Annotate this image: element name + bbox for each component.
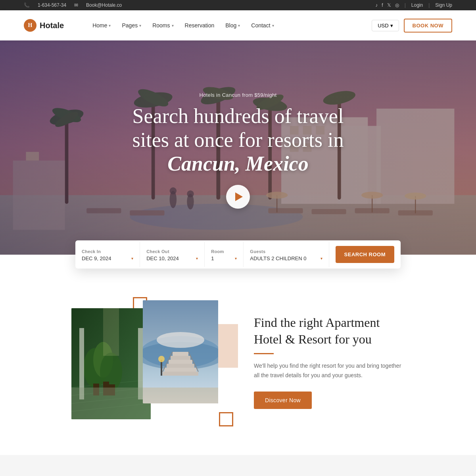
svg-rect-63 bbox=[163, 372, 198, 376]
svg-rect-68 bbox=[173, 352, 188, 356]
svg-rect-73 bbox=[143, 388, 218, 403]
svg-rect-11 bbox=[86, 208, 121, 213]
about-section: Find the right ApartmentHotel & Resort f… bbox=[0, 269, 476, 455]
pages-chevron: ▾ bbox=[139, 23, 141, 28]
facebook-icon[interactable]: f bbox=[382, 2, 383, 8]
guests-arrow: ▾ bbox=[321, 256, 322, 261]
search-btn-wrap: SEARCH ROOM bbox=[329, 240, 401, 269]
instagram-icon[interactable]: ◎ bbox=[395, 2, 399, 8]
logo[interactable]: H Hotale bbox=[24, 19, 64, 32]
nav-rooms[interactable]: Rooms ▾ bbox=[148, 19, 178, 32]
about-title: Find the right ApartmentHotel & Resort f… bbox=[254, 315, 405, 347]
contact-chevron: ▾ bbox=[272, 23, 274, 28]
checkout-field[interactable]: Check Out DEC 10, 2024 ▾ bbox=[140, 242, 205, 267]
navbar: H Hotale Home ▾ Pages ▾ Rooms ▾ Reservat… bbox=[0, 10, 476, 40]
nav-home[interactable]: Home ▾ bbox=[88, 19, 115, 32]
stairs-svg bbox=[143, 300, 218, 403]
book-now-button[interactable]: BOOK NOW bbox=[404, 19, 452, 33]
search-room-button[interactable]: SEARCH ROOM bbox=[336, 246, 394, 263]
hero-content: Hotels in Cancun from $59/night Search h… bbox=[0, 92, 476, 209]
about-divider bbox=[254, 353, 274, 354]
tiktok-icon[interactable]: ♪ bbox=[375, 2, 378, 8]
currency-selector[interactable]: USD ▾ bbox=[372, 20, 399, 31]
rooms-section: EXCLUSIVE ROOMS Exclusive Rooms bbox=[0, 455, 476, 476]
nav-links: Home ▾ Pages ▾ Rooms ▾ Reservation Blog … bbox=[88, 19, 372, 32]
checkout-value-row[interactable]: DEC 10, 2024 ▾ bbox=[146, 255, 198, 261]
about-images bbox=[71, 300, 230, 423]
room-arrow: ▾ bbox=[235, 256, 237, 261]
hero-title-line2: sites at once for resorts in bbox=[132, 129, 344, 151]
play-button[interactable] bbox=[226, 185, 250, 209]
checkin-arrow: ▾ bbox=[131, 256, 133, 261]
search-bar-container: Check In DEC 9, 2024 ▾ Check Out DEC 10,… bbox=[0, 240, 476, 269]
email-address: Book@Hotale.co bbox=[86, 2, 122, 8]
email-icon: ✉ bbox=[74, 2, 78, 8]
checkout-value: DEC 10, 2024 bbox=[146, 255, 179, 261]
nav-contact[interactable]: Contact ▾ bbox=[246, 19, 278, 32]
room-label: Room bbox=[211, 249, 237, 254]
checkin-label: Check In bbox=[82, 249, 133, 254]
room-value-row[interactable]: 1 ▾ bbox=[211, 255, 237, 261]
rooms-chevron: ▾ bbox=[172, 23, 174, 28]
hero-subtitle: Hotels in Cancun from $59/night bbox=[0, 92, 476, 98]
phone-number: 1-634-567-34 bbox=[38, 2, 66, 8]
checkout-label: Check Out bbox=[146, 249, 198, 254]
svg-rect-66 bbox=[169, 360, 192, 364]
about-image-2 bbox=[143, 300, 218, 403]
currency-chevron: ▾ bbox=[390, 23, 393, 29]
nav-blog[interactable]: Blog ▾ bbox=[221, 19, 245, 32]
login-link[interactable]: Login bbox=[411, 2, 423, 8]
svg-point-62 bbox=[157, 332, 204, 348]
svg-rect-14 bbox=[311, 209, 346, 214]
guests-value-row[interactable]: ADULTS 2 CHILDREN 0 ▾ bbox=[250, 255, 322, 261]
about-text: Find the right ApartmentHotel & Resort f… bbox=[254, 315, 405, 409]
phone-icon: 📞 bbox=[24, 2, 30, 8]
guests-value: ADULTS 2 CHILDREN 0 bbox=[250, 255, 306, 261]
nav-reservation[interactable]: Reservation bbox=[180, 19, 219, 32]
blog-chevron: ▾ bbox=[238, 23, 240, 28]
svg-rect-13 bbox=[268, 208, 303, 213]
nav-right: USD ▾ BOOK NOW bbox=[372, 19, 452, 33]
svg-rect-65 bbox=[167, 364, 194, 368]
room-field[interactable]: Room 1 ▾ bbox=[205, 242, 244, 267]
checkin-value-row[interactable]: DEC 9, 2024 ▾ bbox=[82, 255, 133, 261]
about-image-1 bbox=[71, 308, 151, 419]
svg-rect-67 bbox=[171, 356, 190, 360]
accent-rect-bottom bbox=[219, 412, 233, 426]
lobby-svg bbox=[71, 308, 151, 419]
hero-section: Hotels in Cancun from $59/night Search h… bbox=[0, 40, 476, 255]
social-icons: ♪ f 𝕏 ◎ bbox=[375, 2, 399, 8]
twitter-icon[interactable]: 𝕏 bbox=[387, 2, 391, 8]
svg-rect-58 bbox=[71, 388, 151, 419]
signup-link[interactable]: Sign Up bbox=[435, 2, 452, 8]
search-bar: Check In DEC 9, 2024 ▾ Check Out DEC 10,… bbox=[75, 240, 401, 269]
home-chevron: ▾ bbox=[109, 23, 111, 28]
top-bar-right: ♪ f 𝕏 ◎ | Login | Sign Up bbox=[375, 2, 452, 8]
logo-icon: H bbox=[24, 19, 36, 32]
top-bar-left: 📞 1-634-567-34 ✉ Book@Hotale.co bbox=[24, 2, 122, 8]
hero-title-line1: Search hundreds of travel bbox=[132, 105, 344, 127]
room-value: 1 bbox=[211, 255, 214, 261]
checkin-value: DEC 9, 2024 bbox=[82, 255, 111, 261]
logo-text: Hotale bbox=[40, 21, 64, 30]
top-bar: 📞 1-634-567-34 ✉ Book@Hotale.co ♪ f 𝕏 ◎ … bbox=[0, 0, 476, 10]
svg-rect-55 bbox=[103, 308, 119, 356]
svg-rect-64 bbox=[165, 368, 196, 372]
guests-field[interactable]: Guests ADULTS 2 CHILDREN 0 ▾ bbox=[244, 242, 329, 267]
checkout-arrow: ▾ bbox=[196, 256, 198, 261]
about-description: We'll help you find the right resort for… bbox=[254, 361, 405, 380]
svg-rect-12 bbox=[130, 210, 164, 215]
hero-title-italic: Cancun, Mexico bbox=[167, 152, 308, 175]
guests-label: Guests bbox=[250, 249, 322, 254]
svg-point-72 bbox=[158, 356, 165, 362]
hero-title: Search hundreds of travel sites at once … bbox=[99, 104, 377, 175]
nav-pages[interactable]: Pages ▾ bbox=[117, 19, 146, 32]
currency-value: USD bbox=[378, 23, 388, 29]
discover-now-button[interactable]: Discover Now bbox=[254, 392, 312, 409]
checkin-field[interactable]: Check In DEC 9, 2024 ▾ bbox=[75, 242, 140, 267]
